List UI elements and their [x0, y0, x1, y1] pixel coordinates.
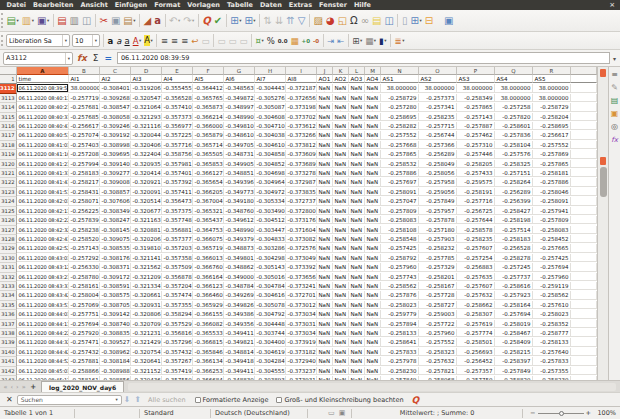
functions-icon[interactable]: fx — [609, 133, 620, 146]
cell[interactable]: -0.349000 — [224, 273, 255, 281]
cell[interactable]: -0.348784 — [224, 282, 255, 290]
row-header-3113[interactable]: 3113 — [0, 94, 17, 103]
cell[interactable]: -0.373931 — [286, 376, 317, 380]
cell[interactable]: -0.258532 — [381, 160, 419, 168]
cell[interactable]: -0.258562 — [533, 291, 571, 299]
row-header-3126[interactable]: 3126 — [0, 216, 17, 225]
cell-empty[interactable] — [571, 282, 597, 290]
cell[interactable]: -0.357716 — [162, 141, 193, 149]
cell[interactable]: NaN — [333, 338, 349, 346]
cell[interactable]: -0.258323 — [419, 348, 457, 356]
cell[interactable]: -0.258108 — [381, 226, 419, 234]
cell[interactable]: -0.257941 — [533, 207, 571, 215]
conditional-formatting-icon[interactable]: ≣▾ — [393, 33, 406, 49]
cell[interactable]: -0.304448 — [255, 320, 286, 328]
cell[interactable]: -0.258578 — [457, 226, 495, 234]
save-icon[interactable]: ▣▾ — [35, 13, 50, 29]
cell[interactable]: -0.373835 — [286, 188, 317, 196]
cell[interactable]: -0.320044 — [131, 131, 162, 139]
wrap-text-icon[interactable]: ↩ — [190, 33, 200, 49]
cell[interactable]: -0.258161 — [69, 282, 100, 290]
cell[interactable]: -0.257632 — [419, 357, 457, 365]
column-header-s[interactable] — [571, 67, 597, 75]
cell[interactable]: -0.349826 — [224, 301, 255, 309]
column-header-C[interactable]: C — [100, 67, 131, 75]
cell[interactable]: NaN — [365, 301, 381, 309]
cell[interactable]: -0.308547 — [100, 103, 131, 111]
cell[interactable]: -0.321293 — [131, 113, 162, 121]
cell[interactable]: NaN — [365, 197, 381, 205]
autofilter-icon[interactable]: ▽ — [296, 13, 307, 29]
cell[interactable]: -0.365437 — [193, 216, 224, 224]
cell-time-3132[interactable]: 06.11.2020 08:43:21 — [17, 273, 69, 281]
cell-time-3143[interactable]: 06.11.2020 08:45:12 — [17, 376, 69, 380]
cell[interactable]: NaN — [349, 197, 365, 205]
cell-empty[interactable] — [571, 113, 597, 121]
cell[interactable]: NaN — [333, 273, 349, 281]
cell[interactable]: NaN — [317, 244, 333, 252]
cell[interactable]: -0.372940 — [286, 357, 317, 365]
cell[interactable]: -0.348997 — [224, 103, 255, 111]
border-style-icon[interactable]: ▦▾ — [364, 33, 378, 49]
cell[interactable]: NaN — [317, 367, 333, 375]
cell[interactable]: -0.320514 — [131, 197, 162, 205]
cell[interactable]: -0.257960 — [381, 263, 419, 271]
number-format-icon[interactable]: 0.0 — [276, 33, 289, 49]
column-header-E[interactable]: E — [162, 67, 193, 75]
cell[interactable]: -0.257640 — [533, 348, 571, 356]
cell[interactable]: -0.321116 — [131, 122, 162, 130]
cell[interactable]: -0.320206 — [131, 235, 162, 243]
cell[interactable]: -0.322404 — [131, 150, 162, 158]
row-header-3133[interactable]: 3133 — [0, 282, 17, 291]
underline-icon[interactable]: a — [123, 33, 131, 49]
cell[interactable]: -0.257715 — [419, 122, 457, 130]
cell[interactable]: -0.257694 — [69, 320, 100, 328]
cell[interactable]: -0.309008 — [100, 178, 131, 186]
pivot-table-icon[interactable]: ◱ — [336, 13, 348, 29]
cell[interactable]: -0.257552 — [381, 131, 419, 139]
cell-time-3114[interactable]: 06.11.2020 08:40:21 — [17, 103, 69, 111]
cell[interactable]: -0.256289 — [419, 150, 457, 158]
cell[interactable]: -0.257886 — [533, 178, 571, 186]
cell[interactable]: -0.320641 — [131, 357, 162, 365]
cell[interactable]: -0.366460 — [193, 291, 224, 299]
cell[interactable]: -0.257833 — [381, 348, 419, 356]
cell[interactable]: -0.357550 — [162, 376, 193, 380]
cell[interactable]: -0.320091 — [131, 188, 162, 196]
cell[interactable]: -0.257432 — [69, 348, 100, 356]
cell[interactable]: -0.257694 — [495, 310, 533, 318]
cell[interactable]: -0.356816 — [162, 329, 193, 337]
cell[interactable]: -0.256452 — [457, 357, 495, 365]
selection-mode-icon[interactable]: ▭ — [328, 409, 335, 417]
split-window-icon[interactable]: ⊟ — [423, 13, 434, 29]
cell[interactable]: -0.366013 — [193, 254, 224, 262]
cell[interactable]: NaN — [317, 301, 333, 309]
cell-time-3134[interactable]: 06.11.2020 08:43:42 — [17, 291, 69, 299]
sum-icon[interactable]: Σ — [93, 53, 99, 63]
cell[interactable]: NaN — [349, 160, 365, 168]
cell[interactable]: -0.304443 — [255, 84, 286, 92]
headers-footers-icon[interactable]: ◫ — [383, 13, 395, 29]
add-sheet-button[interactable]: + — [27, 383, 39, 391]
cell[interactable]: NaN — [333, 131, 349, 139]
cell[interactable]: NaN — [333, 160, 349, 168]
column-header-H[interactable]: H — [255, 67, 286, 75]
cell[interactable]: -0.373049 — [286, 254, 317, 262]
cell-time-3142[interactable]: 06.11.2020 08:45:01 — [17, 367, 69, 375]
cell[interactable]: -0.319206 — [131, 84, 162, 92]
cell[interactable]: -0.357981 — [162, 160, 193, 168]
cell[interactable]: -0.372737 — [286, 197, 317, 205]
cell[interactable]: -0.373012 — [286, 301, 317, 309]
cell[interactable]: -0.258278 — [495, 254, 533, 262]
cell[interactable]: -0.258452 — [533, 235, 571, 243]
cell[interactable]: -0.258777 — [533, 329, 571, 337]
cell[interactable]: -0.348862 — [224, 263, 255, 271]
cell[interactable]: -0.257610 — [533, 301, 571, 309]
cell[interactable]: -0.309695 — [100, 150, 131, 158]
cell[interactable]: NaN — [365, 348, 381, 356]
cell[interactable]: -0.257960 — [419, 329, 457, 337]
cell[interactable]: -0.257357 — [457, 367, 495, 375]
cell[interactable]: NaN — [333, 367, 349, 375]
cell[interactable]: -0.349612 — [224, 216, 255, 224]
cell[interactable]: -0.321209 — [131, 273, 162, 281]
